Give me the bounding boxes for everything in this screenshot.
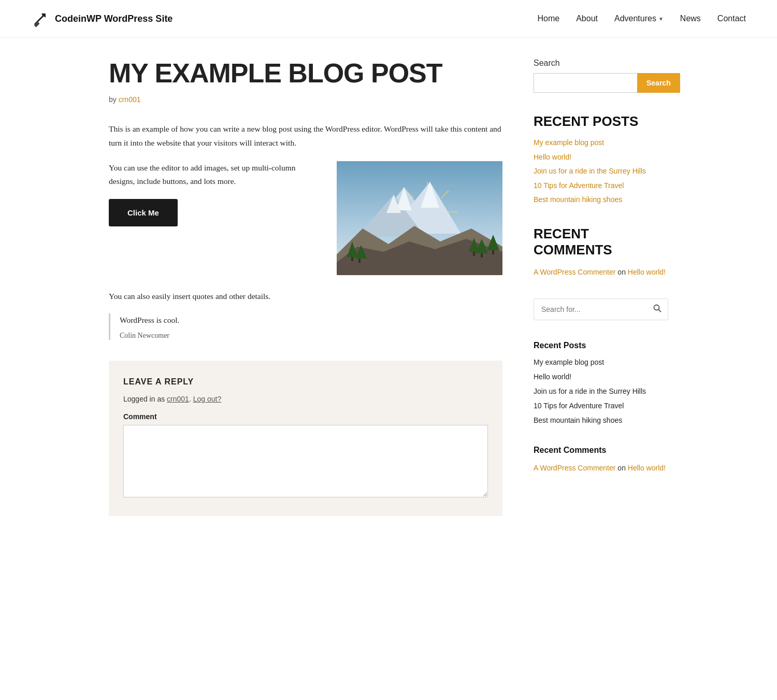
recent-post-link-plain[interactable]: Join us for a ride in the Surrey Hills bbox=[534, 387, 646, 395]
search-input-1[interactable] bbox=[534, 73, 637, 93]
logout-link[interactable]: Log out? bbox=[193, 395, 222, 403]
post-para2: You can use the editor to add images, se… bbox=[109, 161, 321, 189]
recent-comments-widget-2: Recent Comments A WordPress Commenter on… bbox=[534, 446, 668, 474]
click-me-button[interactable]: Click Me bbox=[109, 199, 178, 226]
search-widget-2 bbox=[534, 298, 668, 320]
search-widget-1: Search Search bbox=[534, 59, 668, 93]
recent-comments-widget-1: RECENT COMMENTS A WordPress Commenter on… bbox=[534, 226, 668, 278]
search-widget-title: Search bbox=[534, 59, 668, 68]
recent-post-link[interactable]: 10 Tips for Adventure Travel bbox=[534, 181, 624, 190]
logged-in-text: Logged in as crn001. Log out? bbox=[123, 395, 488, 403]
post-columns: You can use the editor to add images, se… bbox=[109, 161, 502, 275]
nav-contact[interactable]: Contact bbox=[717, 14, 746, 23]
svg-rect-23 bbox=[351, 257, 353, 261]
page-container: MY EXAMPLE BLOG POST by crn001 This is a… bbox=[78, 38, 699, 537]
list-item: Join us for a ride in the Surrey Hills bbox=[534, 166, 668, 177]
comment-textarea[interactable] bbox=[123, 425, 488, 497]
list-item: Best mountain hiking shoes bbox=[534, 195, 668, 205]
recent-posts-title-2: Recent Posts bbox=[534, 341, 668, 350]
main-content: MY EXAMPLE BLOG POST by crn001 This is a… bbox=[109, 59, 502, 516]
logo-icon bbox=[31, 9, 50, 28]
post-text-col: You can use the editor to add images, se… bbox=[109, 161, 321, 241]
post-author-link[interactable]: crn001 bbox=[119, 95, 141, 104]
svg-rect-28 bbox=[481, 253, 483, 258]
nav-adventures[interactable]: Adventures bbox=[614, 14, 656, 23]
recent-posts-list-2: My example blog post Hello world! Join u… bbox=[534, 358, 668, 425]
recent-posts-list-1: My example blog post Hello world! Join u… bbox=[534, 138, 668, 205]
recent-post-link-plain[interactable]: 10 Tips for Adventure Travel bbox=[534, 402, 624, 410]
logged-in-user-link[interactable]: crn001 bbox=[167, 395, 189, 403]
comment-post-link-1[interactable]: Hello world! bbox=[628, 268, 666, 276]
main-nav: Home About Adventures ▼ News Contact bbox=[538, 14, 746, 23]
comment-section: LEAVE A REPLY Logged in as crn001. Log o… bbox=[109, 361, 502, 516]
site-header: CodeinWP WordPress Site Home About Adven… bbox=[0, 0, 777, 38]
svg-rect-27 bbox=[473, 252, 475, 256]
logged-in-as-text: Logged in as crn001. Log out? bbox=[123, 395, 221, 403]
post-para3: You can also easily insert quotes and ot… bbox=[109, 290, 502, 303]
comment-label: Comment bbox=[123, 412, 488, 421]
search-row: Search bbox=[534, 73, 668, 93]
post-body: This is an example of how you can write … bbox=[109, 122, 502, 339]
svg-rect-30 bbox=[492, 250, 494, 254]
list-item: Join us for a ride in the Surrey Hills bbox=[534, 387, 668, 396]
list-item: Hello world! bbox=[534, 372, 668, 381]
recent-post-link[interactable]: Hello world! bbox=[534, 153, 571, 161]
mountain-image-svg bbox=[337, 161, 502, 275]
recent-comments-title-2: Recent Comments bbox=[534, 446, 668, 455]
recent-post-link[interactable]: Best mountain hiking shoes bbox=[534, 195, 622, 204]
search-row2 bbox=[534, 298, 668, 320]
list-item: Best mountain hiking shoes bbox=[534, 416, 668, 425]
meta-by: by bbox=[109, 95, 117, 104]
quote-section: You can also easily insert quotes and ot… bbox=[109, 290, 502, 340]
recent-posts-widget-1: RECENT POSTS My example blog post Hello … bbox=[534, 113, 668, 205]
commenter-link-1[interactable]: A WordPress Commenter bbox=[534, 268, 615, 276]
post-para1: This is an example of how you can write … bbox=[109, 122, 502, 150]
list-item: 10 Tips for Adventure Travel bbox=[534, 401, 668, 410]
svg-rect-24 bbox=[358, 259, 361, 263]
recent-comments-title-1: RECENT COMMENTS bbox=[534, 226, 668, 258]
post-blockquote: WordPress is cool. Colin Newcomer bbox=[109, 313, 502, 339]
sidebar: Search Search RECENT POSTS My example bl… bbox=[534, 59, 668, 516]
recent-comments-text-1: A WordPress Commenter on Hello world! bbox=[534, 266, 668, 278]
chevron-down-icon: ▼ bbox=[658, 16, 664, 22]
recent-post-link-plain[interactable]: My example blog post bbox=[534, 358, 604, 366]
recent-post-link-plain[interactable]: Best mountain hiking shoes bbox=[534, 416, 622, 424]
post-image bbox=[337, 161, 502, 275]
site-title: CodeinWP WordPress Site bbox=[55, 13, 172, 24]
nav-home[interactable]: Home bbox=[538, 14, 560, 23]
svg-line-32 bbox=[658, 310, 660, 312]
search-input-2[interactable] bbox=[534, 300, 647, 319]
commenter-link-2[interactable]: A WordPress Commenter bbox=[534, 464, 615, 472]
search-icon-button[interactable] bbox=[647, 299, 668, 320]
recent-post-link[interactable]: My example blog post bbox=[534, 138, 604, 147]
list-item: My example blog post bbox=[534, 358, 668, 367]
recent-post-link[interactable]: Join us for a ride in the Surrey Hills bbox=[534, 167, 646, 175]
comment-post-link-2[interactable]: Hello world! bbox=[628, 464, 666, 472]
recent-posts-widget-2: Recent Posts My example blog post Hello … bbox=[534, 341, 668, 425]
post-meta: by crn001 bbox=[109, 95, 502, 104]
post-title: MY EXAMPLE BLOG POST bbox=[109, 59, 502, 88]
list-item: 10 Tips for Adventure Travel bbox=[534, 181, 668, 191]
list-item: Hello world! bbox=[534, 152, 668, 163]
quote-text: WordPress is cool. bbox=[120, 313, 502, 327]
on-text-2: on bbox=[617, 464, 627, 472]
list-item: My example blog post bbox=[534, 138, 668, 148]
search-button-1[interactable]: Search bbox=[637, 73, 680, 93]
quote-author: Colin Newcomer bbox=[120, 332, 169, 339]
nav-about[interactable]: About bbox=[576, 14, 598, 23]
search-icon bbox=[653, 304, 661, 312]
comment-section-title: LEAVE A REPLY bbox=[123, 377, 488, 387]
on-text-1: on bbox=[617, 268, 627, 276]
site-logo-link[interactable]: CodeinWP WordPress Site bbox=[31, 9, 172, 28]
recent-posts-title-1: RECENT POSTS bbox=[534, 113, 668, 130]
nav-news[interactable]: News bbox=[680, 14, 701, 23]
recent-comments-text-2: A WordPress Commenter on Hello world! bbox=[534, 462, 668, 474]
recent-post-link-plain[interactable]: Hello world! bbox=[534, 373, 571, 381]
